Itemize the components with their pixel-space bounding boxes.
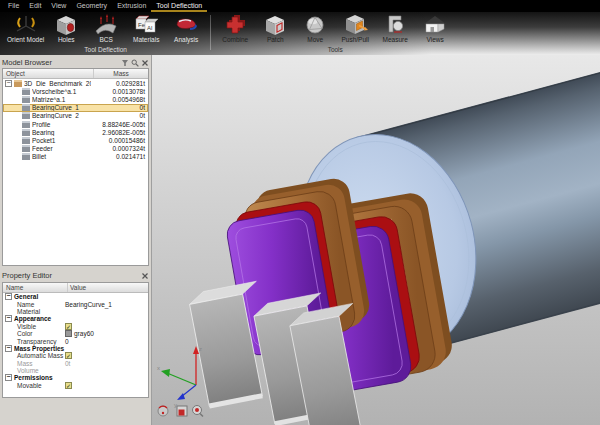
toolbar: Orient Model Holes	[0, 12, 600, 55]
part-mass: 0.021471t	[91, 153, 148, 160]
property-label: Name	[17, 301, 34, 308]
close-icon[interactable]	[141, 272, 149, 280]
property-editor-title: Property Editor	[2, 271, 141, 280]
collapse-icon[interactable]: −	[5, 293, 12, 300]
tree-row-Bearing[interactable]: Bearing2.96082E-005t	[3, 128, 148, 136]
property-row-name[interactable]: NameBearingCurve_1	[3, 300, 148, 307]
column-mass[interactable]: Mass	[94, 69, 148, 78]
property-row-color[interactable]: Colorgray60	[3, 330, 148, 337]
assembly-icon	[14, 80, 22, 87]
orient-model-button[interactable]: Orient Model	[5, 12, 46, 45]
filter-icon[interactable]	[121, 59, 129, 67]
combine-icon	[220, 12, 250, 36]
property-label: Transparency	[17, 338, 57, 345]
button-label: BCS	[100, 36, 113, 44]
menu-tool-deflection[interactable]: Tool Deflection	[151, 0, 207, 12]
viewport-3d[interactable]: z x y	[152, 55, 600, 425]
search-icon[interactable]	[131, 59, 139, 67]
property-row-appearance[interactable]: −Appearance	[3, 315, 148, 322]
part-mass: 0t	[91, 112, 148, 119]
orbit-icon[interactable]	[158, 406, 168, 416]
views-icon	[420, 12, 450, 36]
property-value: gray60	[74, 330, 94, 337]
model-browser-header: Model Browser	[2, 57, 149, 68]
column-value[interactable]: Value	[68, 283, 148, 292]
toolbar-group-label: Tools	[215, 45, 455, 54]
tree-row-BearingCurve_2[interactable]: BearingCurve_20t	[3, 112, 148, 120]
analysis-icon	[171, 12, 201, 36]
analysis-button[interactable]: Analysis	[166, 12, 206, 45]
property-row-permissions[interactable]: −Permissions	[3, 374, 148, 381]
button-label: Analysis	[174, 36, 198, 44]
property-label: Volume	[17, 367, 39, 374]
measure-button[interactable]: Measure	[375, 12, 415, 45]
part-icon	[22, 104, 30, 111]
push-pull-button[interactable]: Push/Pull	[335, 12, 375, 45]
property-row-general[interactable]: −General	[3, 293, 148, 300]
collapse-icon[interactable]: −	[5, 315, 12, 322]
toolbar-group-label: Tool Deflection	[5, 45, 206, 54]
column-name[interactable]: Name	[3, 283, 68, 292]
menu-edit[interactable]: Edit	[24, 0, 46, 12]
menu-extrusion[interactable]: Extrusion	[112, 0, 151, 12]
column-object[interactable]: Object	[3, 69, 94, 78]
property-row-automatic-mass[interactable]: Automatic Mass✓	[3, 352, 148, 359]
property-editor-column-header[interactable]: Name Value	[3, 283, 148, 293]
tree-connector	[14, 104, 21, 111]
property-row-mass-properties[interactable]: −Mass Properties	[3, 345, 148, 352]
property-value: 0t	[65, 360, 70, 367]
left-panel: Model Browser Object Mass −3D_Die_Benchm…	[0, 55, 152, 425]
property-row-transparency[interactable]: Transparency0	[3, 337, 148, 344]
tree-row-Profile[interactable]: Profile8.88246E-005t	[3, 120, 148, 128]
checkbox-checked[interactable]: ✓	[65, 382, 72, 389]
color-swatch[interactable]	[65, 330, 72, 337]
tree-row-Feeder[interactable]: Feeder0.0007324t	[3, 145, 148, 153]
bcs-button[interactable]: BCS	[86, 12, 126, 45]
tree-row-3D_Die_Benchmark_2009[interactable]: −3D_Die_Benchmark_20090.029281t	[3, 79, 148, 87]
part-mass: 0.0007324t	[91, 145, 148, 152]
property-label: General	[14, 293, 38, 300]
part-mass: 0.029281t	[91, 80, 148, 87]
fit-view-icon[interactable]	[177, 406, 187, 416]
collapse-icon[interactable]: −	[5, 80, 12, 87]
part-name: Profile	[32, 121, 91, 128]
close-icon[interactable]	[141, 59, 149, 67]
tree-connector	[14, 153, 21, 160]
toolbar-group-tool-deflection: Orient Model Holes	[5, 12, 206, 55]
property-row-visible[interactable]: Visible✓	[3, 323, 148, 330]
zoom-icon[interactable]	[193, 406, 204, 417]
move-button[interactable]: Move	[295, 12, 335, 45]
combine-button[interactable]: Combine	[215, 12, 255, 45]
part-mass: 0.00015486t	[91, 137, 148, 144]
tree-row-Matrize^a.1_[interactable]: Matrize^a.1_0.0054968t	[3, 95, 148, 103]
property-row-volume[interactable]: Volume	[3, 367, 148, 374]
holes-button[interactable]: Holes	[46, 12, 86, 45]
property-row-mass[interactable]: Mass0t	[3, 360, 148, 367]
property-label: Color	[17, 330, 33, 337]
part-name: Feeder	[32, 145, 91, 152]
part-name: Pocket1	[32, 137, 91, 144]
3d-scene: z x y	[152, 55, 600, 425]
part-name: BearingCurve_1	[32, 104, 91, 111]
checkbox-checked[interactable]: ✓	[65, 323, 72, 330]
views-button[interactable]: Views	[415, 12, 455, 45]
property-row-material[interactable]: Material	[3, 308, 148, 315]
tree-row-Vorscheibe^a.1_[interactable]: Vorscheibe^a.1_0.0013078t	[3, 87, 148, 95]
menu-file[interactable]: File	[3, 0, 24, 12]
materials-button[interactable]: Fe Al Materials	[126, 12, 166, 45]
property-row-movable[interactable]: Movable✓	[3, 382, 148, 389]
patch-button[interactable]: Patch	[255, 12, 295, 45]
menu-view[interactable]: View	[46, 0, 71, 12]
part-icon	[22, 137, 30, 144]
tree-row-Pocket1[interactable]: Pocket10.00015486t	[3, 136, 148, 144]
axis-label-x: x	[157, 365, 160, 371]
checkbox-checked[interactable]: ✓	[65, 352, 72, 359]
collapse-icon[interactable]: −	[5, 374, 12, 381]
tree-row-BearingCurve_1[interactable]: BearingCurve_10t	[3, 104, 148, 112]
menu-geometry[interactable]: Geometry	[71, 0, 112, 12]
orient-model-icon	[11, 12, 41, 36]
model-browser-column-header[interactable]: Object Mass	[3, 69, 148, 79]
tree-row-Billet[interactable]: Billet0.021471t	[3, 153, 148, 161]
materials-icon: Fe Al	[131, 12, 161, 36]
collapse-icon[interactable]: −	[5, 345, 12, 352]
